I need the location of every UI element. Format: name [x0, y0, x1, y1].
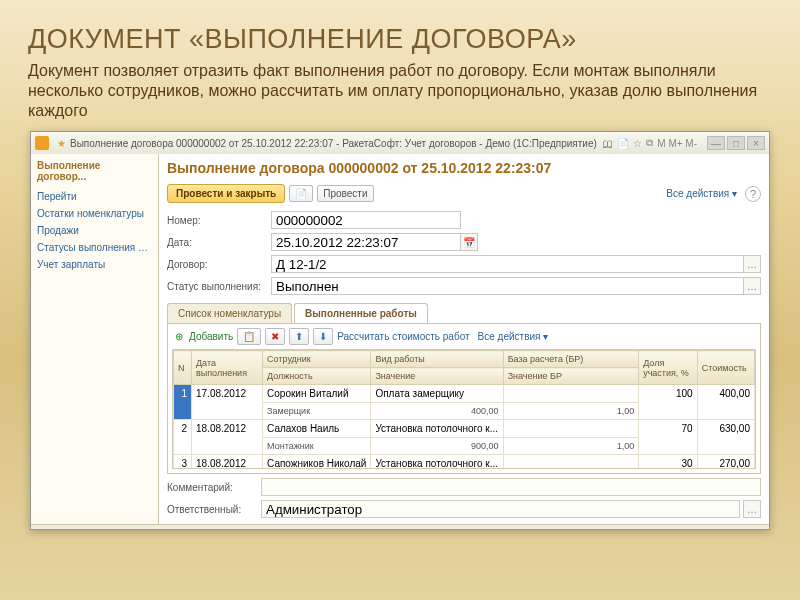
tab-nomenclature[interactable]: Список номенклатуры [167, 303, 292, 323]
col-share[interactable]: Доля участия, % [639, 351, 697, 385]
contract-input[interactable] [271, 255, 744, 273]
sidebar-item-balance[interactable]: Остатки номенклатуры [37, 205, 152, 222]
comment-input[interactable] [261, 478, 761, 496]
plus-icon: ⊕ [172, 330, 186, 344]
tab-body: ⊕Добавить 📋 ✖ ⬆ ⬇ Рассчитать стоимость р… [167, 323, 761, 474]
col-date[interactable]: Дата выполнения [191, 351, 262, 385]
number-label: Номер: [167, 215, 271, 226]
works-grid[interactable]: N Дата выполнения Сотрудник Вид работы Б… [172, 349, 756, 469]
titlebar: ★ Выполнение договора 000000002 от 25.10… [31, 132, 769, 154]
app-window: ★ Выполнение договора 000000002 от 25.10… [30, 131, 770, 530]
lookup-icon[interactable]: … [743, 255, 761, 273]
status-input[interactable] [271, 277, 744, 295]
size-indicator: M M+ M- [657, 138, 697, 149]
copy-button[interactable]: 📋 [237, 328, 261, 345]
tabs: Список номенклатуры Выполненные работы [167, 303, 761, 323]
sidebar-item-status[interactable]: Статусы выполнения дого... [37, 239, 152, 256]
sidebar-item-goto[interactable]: Перейти [37, 188, 152, 205]
document-title: Выполнение договора 000000002 от 25.10.2… [167, 160, 761, 176]
col-value[interactable]: Значение [371, 368, 503, 385]
sidebar-item-salary[interactable]: Учет зарплаты [37, 256, 152, 273]
main-panel: Выполнение договора 000000002 от 25.10.2… [159, 154, 769, 524]
col-cost[interactable]: Стоимость [697, 351, 754, 385]
save-button[interactable]: 📄 [289, 185, 313, 202]
toolbar-icon[interactable]: ⧉ [646, 137, 653, 149]
calendar-icon[interactable]: 📅 [460, 233, 478, 251]
date-label: Дата: [167, 237, 271, 248]
statusbar [31, 524, 769, 529]
minimize-button[interactable]: — [707, 136, 725, 150]
toolbar: Провести и закрыть 📄 Провести Все действ… [167, 184, 761, 203]
delete-button[interactable]: ✖ [265, 328, 285, 345]
contract-label: Договор: [167, 259, 271, 270]
sidebar: Выполнение договор... Перейти Остатки но… [31, 154, 159, 524]
toolbar-icon[interactable]: 📄 [617, 138, 629, 149]
add-button[interactable]: ⊕Добавить [172, 330, 233, 344]
table-row[interactable]: 318.08.2012Сапожников НиколайУстановка п… [174, 455, 755, 470]
col-base[interactable]: База расчета (БР) [503, 351, 639, 368]
post-close-button[interactable]: Провести и закрыть [167, 184, 285, 203]
window-title: Выполнение договора 000000002 от 25.10.2… [70, 138, 603, 149]
sidebar-title: Выполнение договор... [37, 160, 152, 182]
lookup-icon[interactable]: … [743, 277, 761, 295]
tab-completed-works[interactable]: Выполненные работы [294, 303, 428, 323]
star-icon: ★ [57, 138, 66, 149]
sidebar-item-sales[interactable]: Продажи [37, 222, 152, 239]
status-label: Статус выполнения: [167, 281, 271, 292]
post-button[interactable]: Провести [317, 185, 373, 202]
col-n[interactable]: N [174, 351, 192, 385]
col-work[interactable]: Вид работы [371, 351, 503, 368]
move-down-button[interactable]: ⬇ [313, 328, 333, 345]
table-row[interactable]: 218.08.2012Салахов НаильУстановка потоло… [174, 420, 755, 438]
all-actions-link[interactable]: Все действия ▾ [666, 188, 737, 199]
number-input[interactable] [271, 211, 461, 229]
lookup-icon[interactable]: … [743, 500, 761, 518]
sub-toolbar: ⊕Добавить 📋 ✖ ⬆ ⬇ Рассчитать стоимость р… [172, 328, 756, 345]
calc-cost-link[interactable]: Рассчитать стоимость работ [337, 331, 469, 342]
help-icon[interactable]: ? [745, 186, 761, 202]
toolbar-icon[interactable]: ☆ [633, 138, 642, 149]
move-up-button[interactable]: ⬆ [289, 328, 309, 345]
slide-title: ДОКУМЕНТ «ВЫПОЛНЕНИЕ ДОГОВОРА» [28, 24, 772, 55]
col-baseval[interactable]: Значение БР [503, 368, 639, 385]
table-row[interactable]: 117.08.2012Сорокин ВиталийОплата замерщи… [174, 385, 755, 403]
col-employee[interactable]: Сотрудник [263, 351, 371, 368]
responsible-input[interactable] [261, 500, 740, 518]
col-position[interactable]: Должность [263, 368, 371, 385]
comment-label: Комментарий: [167, 482, 257, 493]
app-icon [35, 136, 49, 150]
responsible-label: Ответственный: [167, 504, 257, 515]
slide-body: Документ позволяет отразить факт выполне… [28, 61, 772, 121]
maximize-button[interactable]: □ [727, 136, 745, 150]
date-input[interactable] [271, 233, 461, 251]
toolbar-icon[interactable]: 🕮 [603, 138, 613, 149]
close-button[interactable]: × [747, 136, 765, 150]
sub-all-actions[interactable]: Все действия ▾ [478, 331, 549, 342]
